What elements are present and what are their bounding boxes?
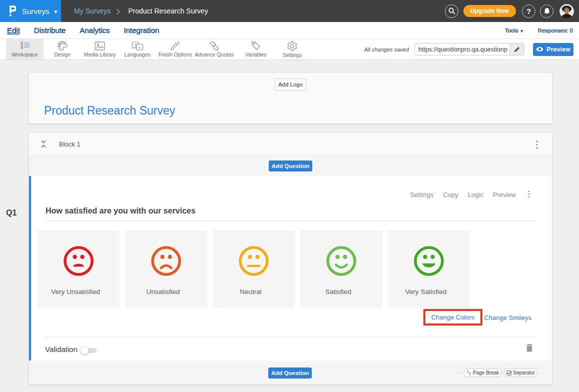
svg-text:文: 文 (134, 42, 138, 48)
svg-text:A: A (138, 45, 141, 50)
